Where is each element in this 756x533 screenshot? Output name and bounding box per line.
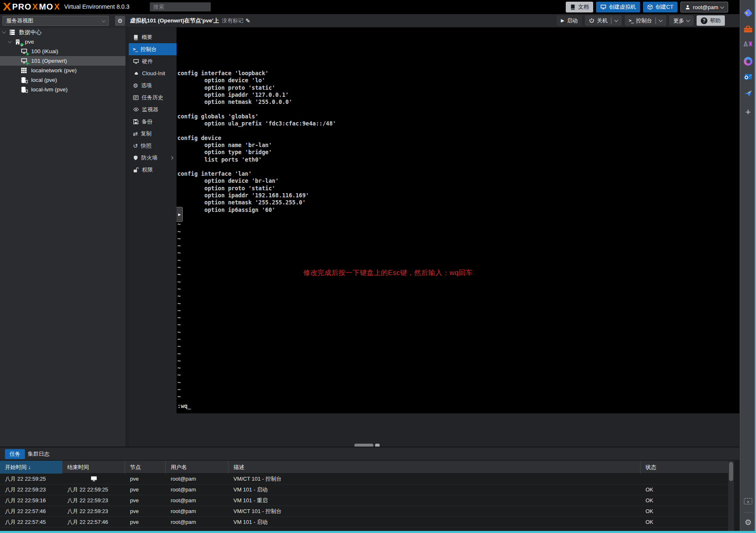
drop-icon[interactable] xyxy=(744,89,753,99)
vm-menu-item-monitor[interactable]: 监视器 xyxy=(129,103,177,115)
column-header-status[interactable]: 状态 xyxy=(641,461,728,474)
task-row[interactable]: 八月 22 22:59:25 pve root@pam VM/CT 101 - … xyxy=(0,474,728,484)
cube-icon xyxy=(647,4,653,10)
vm-menu-item-snapshots[interactable]: ↺ 快照 xyxy=(129,140,177,152)
proxmox-window: X PROXMOX Virtual Environment 8.0.3 文档 创… xyxy=(0,0,756,533)
running-status-icon xyxy=(27,62,29,65)
caret-down-icon[interactable] xyxy=(8,39,12,43)
create-ct-button[interactable]: 创建CT xyxy=(643,2,677,12)
tree-item-storage-local[interactable]: local (pve) xyxy=(0,75,125,85)
cell-status: OK xyxy=(641,484,728,495)
vm-menu-item-console[interactable]: >_ 控制台 xyxy=(129,43,177,55)
task-row[interactable]: 八月 22 22:57:45 八月 22 22:57:46 pve root@p… xyxy=(0,517,728,528)
caret-down-icon[interactable] xyxy=(2,29,6,34)
cell-start-time: 八月 22 22:59:16 xyxy=(0,495,62,506)
vnc-console[interactable]: config interface 'loopback' option devic… xyxy=(177,27,739,413)
more-button[interactable]: 更多 xyxy=(669,15,694,26)
console-button[interactable]: >_ 控制台 xyxy=(625,15,666,26)
floppy-icon xyxy=(133,119,139,125)
unlock-icon xyxy=(133,167,139,173)
vm-menu-item-backup[interactable]: 备份 xyxy=(129,115,177,128)
cell-start-time: 八月 22 22:59:23 xyxy=(0,484,62,495)
version-label: Virtual Environment 8.0.3 xyxy=(64,3,130,10)
vm-menu-label: 防火墙 xyxy=(141,154,157,162)
search-input[interactable] xyxy=(150,2,211,12)
question-icon: ? xyxy=(701,17,707,24)
browser-sidebar: ♙♜ + ✕ ⚙ xyxy=(740,0,756,533)
cell-node: pve xyxy=(125,484,166,495)
toolbox-icon[interactable] xyxy=(744,25,753,35)
task-table-header: 开始时间 ↓ 结束时间 节点 用户名 描述 状态 xyxy=(0,461,728,474)
vnc-drawer-handle[interactable]: ▶ xyxy=(177,207,183,222)
column-header-start-time[interactable]: 开始时间 ↓ xyxy=(0,461,62,474)
brand-text: X xyxy=(54,2,60,12)
view-select[interactable]: 服务器视图 xyxy=(2,16,109,26)
edit-tags-icon[interactable]: ✎ xyxy=(245,14,250,27)
vm-menu: 概要 >_ 控制台 硬件 Cloud-Init ⚙ 选项 任务历史 xyxy=(129,27,177,447)
vm-content-region: 概要 >_ 控制台 硬件 Cloud-Init ⚙ 选项 任务历史 xyxy=(129,27,739,447)
tree-item-node-pve[interactable]: pve xyxy=(0,37,125,47)
task-table-scrollbar[interactable] xyxy=(728,461,734,532)
cell-start-time: 八月 22 22:57:46 xyxy=(0,506,62,516)
documentation-button[interactable]: 文档 xyxy=(566,2,593,12)
column-header-description[interactable]: 描述 xyxy=(228,461,641,474)
chevron-down-icon xyxy=(720,5,724,9)
vm-menu-item-firewall[interactable]: 防火墙 xyxy=(129,152,177,164)
task-row[interactable]: 八月 22 22:57:46 八月 22 22:59:23 pve root@p… xyxy=(0,506,728,517)
chevron-down-icon[interactable] xyxy=(614,18,618,22)
task-row[interactable]: 八月 22 22:59:23 八月 22 22:59:25 pve root@p… xyxy=(0,484,728,495)
scrollbar-thumb[interactable] xyxy=(729,462,733,481)
vm-menu-item-options[interactable]: ⚙ 选项 xyxy=(129,79,177,91)
cell-username: root@pam xyxy=(166,495,228,506)
terminal-text: config interface 'loopback' option devic… xyxy=(177,70,336,400)
vm-menu-item-replication[interactable]: ⇄ 复制 xyxy=(129,128,177,140)
tree-item-localnetwork[interactable]: localnetwork (pve) xyxy=(0,66,125,75)
vm-menu-item-summary[interactable]: 概要 xyxy=(129,31,177,43)
task-row[interactable]: 八月 22 22:59:16 八月 22 22:59:23 pve root@p… xyxy=(0,495,728,506)
view-settings-button[interactable]: ⚙ xyxy=(115,16,125,26)
chevron-down-icon xyxy=(102,18,106,22)
storage-icon xyxy=(21,77,28,84)
vm-menu-item-task-history[interactable]: 任务历史 xyxy=(129,91,177,103)
vm-menu-item-cloudinit[interactable]: Cloud-Init xyxy=(129,67,177,79)
chevron-down-icon[interactable] xyxy=(659,18,663,22)
gear-icon: ⚙ xyxy=(118,18,123,24)
datacenter-icon xyxy=(9,29,16,36)
online-status-icon xyxy=(20,43,24,47)
column-header-end-time[interactable]: 结束时间 xyxy=(62,461,125,474)
vm-menu-item-hardware[interactable]: 硬件 xyxy=(129,55,177,67)
microsoft-loop-icon[interactable] xyxy=(744,57,753,66)
tab-tasks[interactable]: 任务 xyxy=(5,449,25,459)
tree-item-storage-local-lvm[interactable]: local-lvm (pve) xyxy=(0,85,125,94)
sidebar-settings-icon[interactable]: ⚙ xyxy=(744,518,751,527)
outlook-icon[interactable] xyxy=(744,73,753,83)
panel-splitter[interactable] xyxy=(125,27,129,447)
help-button[interactable]: ? 帮助 xyxy=(697,15,725,26)
add-sidebar-item-icon[interactable]: + xyxy=(746,108,751,116)
vm-running-icon xyxy=(21,48,28,55)
window-edge-bottom xyxy=(0,531,756,533)
vm-menu-item-permissions[interactable]: 权限 xyxy=(129,164,177,176)
storage-icon xyxy=(21,86,28,93)
cell-description: VM/CT 101 - 控制台 xyxy=(228,506,641,516)
create-vm-button[interactable]: 创建虚拟机 xyxy=(596,2,640,12)
start-button[interactable]: ▶ 启动 xyxy=(557,15,582,26)
tree-item-label: local-lvm (pve) xyxy=(31,86,68,93)
shopping-tag-icon[interactable] xyxy=(745,10,751,16)
column-header-username[interactable]: 用户名 xyxy=(166,461,228,474)
tab-cluster-log[interactable]: 集群日志 xyxy=(23,449,54,459)
user-menu-button[interactable]: root@pam xyxy=(680,2,728,12)
column-header-node[interactable]: 节点 xyxy=(125,461,166,474)
cell-description: VM 101 - 启动 xyxy=(228,517,641,527)
resource-tree: 数据中心 pve 100 (iKuai) 101 (Openwrt) xyxy=(0,27,125,447)
vm-menu-label: 概要 xyxy=(142,34,152,41)
vm-menu-label: 权限 xyxy=(142,166,153,174)
tree-item-datacenter[interactable]: 数据中心 xyxy=(0,27,125,37)
tree-item-vm-100[interactable]: 100 (iKuai) xyxy=(0,47,125,56)
shutdown-button[interactable]: 关机 xyxy=(585,15,622,26)
games-icon[interactable]: ♙♜ xyxy=(743,40,754,48)
tree-item-vm-101[interactable]: 101 (Openwrt) xyxy=(0,56,125,66)
tree-item-label: localnetwork (pve) xyxy=(31,67,77,74)
vm-running-icon xyxy=(21,58,28,64)
screenshot-tool-icon[interactable]: ✕ xyxy=(744,498,752,504)
